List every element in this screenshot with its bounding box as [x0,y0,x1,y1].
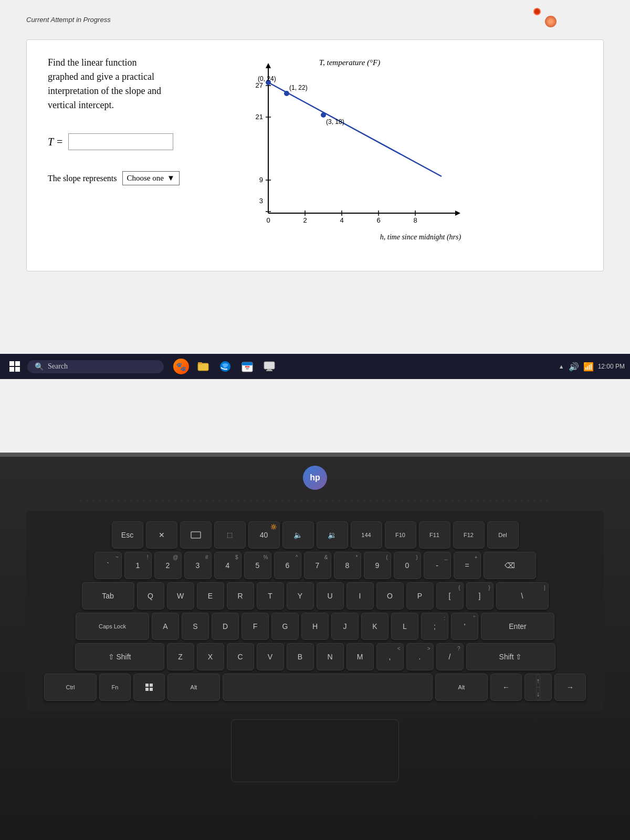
key-space[interactable] [223,674,433,701]
key-y[interactable]: Y [287,582,314,610]
key-quote[interactable]: "' [451,613,478,640]
key-m[interactable]: M [346,643,374,670]
key-enter[interactable]: Enter [481,613,554,640]
taskbar-search[interactable]: 🔍 Search [27,360,164,373]
key-arrow-right[interactable]: → [554,674,586,701]
key-i[interactable]: I [346,582,374,610]
key-8[interactable]: *8 [334,552,361,579]
calendar-icon[interactable]: 📅 [238,358,256,375]
trackpad[interactable] [231,719,399,782]
webcam-light [545,16,556,27]
key-j[interactable]: J [331,613,359,640]
dropdown-arrow-icon: ▼ [167,174,175,183]
key-arrow-down[interactable]: ↓ [536,687,541,700]
key-vol-down[interactable]: 🔈 [282,521,314,549]
graph-svg: T, temperature (°F) [237,56,463,250]
key-9[interactable]: (9 [364,552,391,579]
start-button[interactable] [5,357,24,376]
key-o[interactable]: O [376,582,404,610]
key-screen[interactable] [180,521,212,549]
key-arrow-left[interactable]: ← [490,674,522,701]
key-backspace[interactable]: ⌫ [484,552,536,579]
svg-text:📅: 📅 [245,365,250,371]
key-shift-left[interactable]: ⇧ Shift [75,643,164,670]
svg-line-23 [268,82,442,176]
key-5[interactable]: %5 [244,552,271,579]
key-period[interactable]: >. [406,643,434,670]
key-p[interactable]: P [406,582,434,610]
key-3[interactable]: #3 [184,552,212,579]
key-40[interactable]: 40🔆 [248,521,280,549]
key-f12[interactable]: F12 [453,521,485,549]
key-tab[interactable]: Tab [82,582,134,610]
key-alt-left[interactable]: Alt [167,674,220,701]
key-f[interactable]: F [242,613,269,640]
key-esc[interactable]: Esc [112,521,143,549]
key-6[interactable]: ^6 [274,552,301,579]
key-equals[interactable]: += [454,552,481,579]
key-backslash[interactable]: |\ [496,582,549,610]
key-ctrl-left[interactable]: Ctrl [44,674,97,701]
key-rbracket[interactable]: }] [466,582,494,610]
t-equals-label: T = [48,136,63,148]
key-s[interactable]: S [182,613,209,640]
key-r[interactable]: R [227,582,254,610]
key-u[interactable]: U [317,582,344,610]
asdf-row: Caps Lock A S D F G H J K L :; "' Enter [37,613,593,640]
status-bar: Current Attempt in Progress [26,16,604,24]
key-b[interactable]: B [287,643,314,670]
monitor-icon[interactable] [260,358,278,375]
svg-marker-2 [266,63,271,68]
key-f11[interactable]: F11 [419,521,450,549]
key-z[interactable]: Z [167,643,194,670]
key-q[interactable]: Q [137,582,164,610]
slope-text: The slope represents [48,174,117,183]
svg-rect-30 [198,363,208,371]
key-win[interactable] [133,674,165,701]
file-explorer-icon[interactable] [194,358,212,375]
key-a[interactable]: A [152,613,179,640]
key-h[interactable]: H [301,613,329,640]
key-g[interactable]: G [271,613,299,640]
key-7[interactable]: &7 [304,552,331,579]
key-l[interactable]: L [391,613,418,640]
key-c[interactable]: C [227,643,254,670]
key-arrow-up[interactable]: ↑ [536,674,541,687]
browser-icon[interactable] [216,358,234,375]
key-n[interactable]: N [317,643,344,670]
key-x[interactable]: ✕ [146,521,177,549]
key-4[interactable]: $4 [214,552,242,579]
key-t[interactable]: T [257,582,284,610]
key-d[interactable]: D [212,613,239,640]
key-0[interactable]: )0 [394,552,421,579]
key-fn[interactable]: Fn [99,674,131,701]
key-k[interactable]: K [361,613,388,640]
key-w[interactable]: W [167,582,194,610]
key-144[interactable]: 144 [351,521,382,549]
key-comma[interactable]: <, [376,643,404,670]
answer-input[interactable] [68,133,173,150]
key-alt-right[interactable]: Alt [435,674,488,701]
svg-rect-36 [264,362,275,369]
key-vol-up[interactable]: 🔉 [317,521,348,549]
key-f10[interactable]: F10 [385,521,416,549]
key-shift-right[interactable]: Shift ⇧ [466,643,555,670]
key-f3[interactable]: ⬚ [214,521,246,549]
key-1[interactable]: !1 [124,552,152,579]
key-del[interactable]: Del [487,521,519,549]
key-minus[interactable]: _- [424,552,451,579]
key-lbracket[interactable]: {[ [436,582,464,610]
key-arrows-ud: ↑ ↓ [524,674,552,701]
key-backtick[interactable]: ~` [94,552,122,579]
svg-rect-38 [266,370,272,371]
key-caps[interactable]: Caps Lock [76,613,149,640]
choose-one-dropdown[interactable]: Choose one ▼ [122,171,180,185]
svg-text:3: 3 [259,197,263,205]
key-2[interactable]: @2 [154,552,182,579]
key-v[interactable]: V [257,643,284,670]
key-x[interactable]: X [197,643,224,670]
media-icon[interactable]: 🐾 [172,358,190,375]
key-e[interactable]: E [197,582,224,610]
key-semicolon[interactable]: :; [421,613,448,640]
key-slash[interactable]: ?/ [436,643,464,670]
